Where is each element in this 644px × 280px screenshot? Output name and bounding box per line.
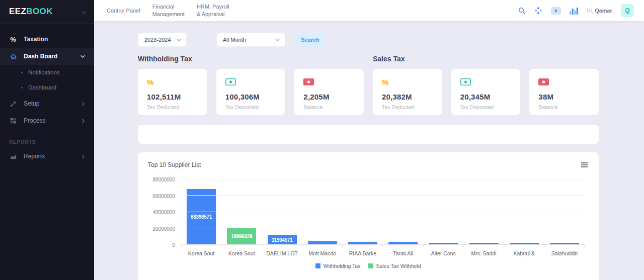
banknote-teal-icon bbox=[460, 77, 512, 86]
bar-value-label: 68396571 bbox=[187, 214, 216, 219]
chart-legend: Withholding TaxSales Tax Withheld bbox=[148, 263, 589, 269]
chart-slot: 68396571 bbox=[181, 179, 221, 244]
sidebar-item-label: Setup bbox=[24, 100, 39, 107]
sidebar-module-taxation[interactable]: % Taxation bbox=[0, 31, 94, 48]
stat-card-tax-deducted: % 20,382M Tax Deducted bbox=[373, 69, 442, 115]
x-axis-category-label: Kabraji & bbox=[504, 250, 544, 256]
stat-card-tax-deposited: 20,345M Tax Deposited bbox=[451, 69, 521, 115]
year-select-value: 2023-2024 bbox=[144, 37, 171, 43]
chart-slot bbox=[383, 179, 423, 244]
tools-icon bbox=[9, 100, 17, 108]
stat-card-balance: 2,205M Balance bbox=[294, 69, 364, 115]
brand-bar: EEZBOOK « bbox=[0, 0, 94, 24]
username: Qamar bbox=[595, 8, 612, 14]
chart-bar[interactable] bbox=[510, 243, 539, 244]
x-axis-tick bbox=[424, 245, 464, 247]
chart-bar[interactable] bbox=[550, 243, 579, 244]
chart-slot: 11594571 bbox=[262, 179, 302, 244]
chart-bar[interactable] bbox=[429, 243, 458, 244]
chart-slot bbox=[302, 179, 343, 244]
x-axis-category-label: RIAA Barke bbox=[343, 250, 383, 256]
chart-bar[interactable] bbox=[348, 242, 377, 244]
logo-part-2: BOOK bbox=[26, 7, 53, 16]
y-axis-tick-label: 80000000 bbox=[153, 177, 176, 182]
stat-label: Balance bbox=[538, 104, 590, 110]
search-button[interactable]: Search bbox=[295, 33, 326, 47]
play-media-icon[interactable] bbox=[551, 7, 561, 15]
x-axis-tick bbox=[222, 245, 262, 247]
stat-label: Balance bbox=[303, 104, 355, 110]
chart-menu-icon[interactable] bbox=[580, 161, 589, 168]
bar-value-label: 11594571 bbox=[268, 237, 297, 242]
sidebar-item-process[interactable]: Process bbox=[0, 112, 94, 129]
avatar[interactable]: Q bbox=[621, 4, 634, 17]
month-select[interactable]: All Month bbox=[216, 33, 285, 47]
legend-item: Withholding Tax bbox=[315, 263, 360, 269]
sidebar-subitem-dashboard[interactable]: Dashboard bbox=[0, 80, 94, 95]
bullet-icon bbox=[21, 72, 23, 73]
squares-grid-icon bbox=[9, 117, 17, 125]
stat-value: 102,511M bbox=[147, 92, 198, 101]
x-axis-category-label: Tarak Ali bbox=[383, 250, 423, 256]
stat-value: 20,382M bbox=[382, 92, 433, 101]
logo-part-1: EEZ bbox=[9, 7, 26, 16]
chart-y-axis: 020000000400000006000000080000000 bbox=[148, 179, 181, 245]
module-label: Taxation bbox=[24, 36, 48, 43]
x-axis-tick bbox=[343, 245, 383, 247]
sidebar-item-setup[interactable]: Setup bbox=[0, 95, 94, 112]
chart-bar[interactable] bbox=[388, 242, 418, 244]
user-greeting[interactable]: Hi,Qamar bbox=[587, 8, 612, 14]
banknote-red-icon bbox=[303, 77, 355, 86]
sidebar-item-dashboard[interactable]: Dash Board bbox=[0, 48, 94, 65]
app-logo: EEZBOOK bbox=[9, 7, 53, 17]
chart-bar[interactable]: 68396571 bbox=[187, 189, 216, 244]
withholding-tax-group: Withholding Tax % 102,511M Tax Deducted … bbox=[138, 55, 364, 115]
sidebar-subitem-notifications[interactable]: Notifications bbox=[0, 65, 94, 80]
x-axis-category-label: Korea Sout bbox=[181, 250, 221, 256]
chart-bar[interactable] bbox=[308, 241, 337, 244]
legend-label: Withholding Tax bbox=[323, 263, 360, 269]
y-axis-tick-label: 60000000 bbox=[153, 193, 176, 199]
topbar-nav: Control Panel Financial Management HRM, … bbox=[107, 3, 229, 18]
nav-item-control-panel[interactable]: Control Panel bbox=[107, 7, 140, 15]
gridline bbox=[181, 195, 585, 196]
sidebar-item-reports[interactable]: Reports bbox=[0, 148, 94, 165]
chart-slot: 19896029 bbox=[221, 179, 262, 244]
chart-title: Top 10 Supplier List bbox=[148, 161, 201, 168]
stat-card-balance: 38M Balance bbox=[529, 69, 599, 115]
y-axis-tick-label: 20000000 bbox=[153, 226, 176, 231]
stat-label: Tax Deposited bbox=[225, 104, 277, 110]
x-axis-tick bbox=[383, 245, 423, 247]
chart-bar[interactable]: 11594571 bbox=[268, 235, 297, 244]
legend-swatch bbox=[368, 263, 373, 268]
tax-groups: Withholding Tax % 102,511M Tax Deducted … bbox=[138, 55, 599, 115]
chart-bars: 683965711989602911594571 bbox=[181, 179, 585, 244]
x-axis-category-label: Salahuddin bbox=[544, 250, 585, 256]
x-axis-category-label: Korea Sout bbox=[221, 250, 262, 256]
stat-label: Tax Deducted bbox=[382, 104, 433, 110]
search-icon[interactable] bbox=[518, 7, 526, 15]
sales-tax-group: Sales Tax % 20,382M Tax Deducted 20,345M bbox=[373, 55, 599, 115]
gridline bbox=[181, 179, 585, 179]
chart-bar[interactable]: 19896029 bbox=[227, 228, 256, 244]
legend-swatch bbox=[315, 263, 320, 268]
chevron-down-icon bbox=[177, 37, 181, 43]
quick-actions-dots-icon[interactable] bbox=[534, 7, 542, 15]
nav-item-financial-management[interactable]: Financial Management bbox=[152, 3, 185, 18]
bullet-icon bbox=[21, 87, 23, 88]
year-select[interactable]: 2023-2024 bbox=[138, 33, 187, 47]
chart-slot bbox=[504, 179, 544, 244]
sidebar-collapse-icon[interactable]: « bbox=[82, 8, 86, 16]
banknote-teal-icon bbox=[225, 77, 277, 86]
sidebar-section-reports: REPORTS bbox=[0, 129, 94, 148]
stat-value: 20,345M bbox=[460, 92, 512, 101]
chart-bar[interactable] bbox=[469, 243, 499, 244]
withholding-tax-title: Withholding Tax bbox=[138, 55, 364, 63]
filter-row: 2023-2024 All Month Search bbox=[138, 33, 599, 47]
nav-item-hrm-payroll[interactable]: HRM, Payroll & Appraisal bbox=[197, 3, 229, 18]
topbar: Control Panel Financial Management HRM, … bbox=[94, 0, 644, 21]
stats-bars-icon[interactable] bbox=[570, 7, 578, 15]
chart-plot: 020000000400000006000000080000000 683965… bbox=[148, 179, 585, 245]
x-axis-category-label: DAELIM LOT bbox=[262, 250, 302, 256]
empty-panel bbox=[138, 125, 599, 144]
